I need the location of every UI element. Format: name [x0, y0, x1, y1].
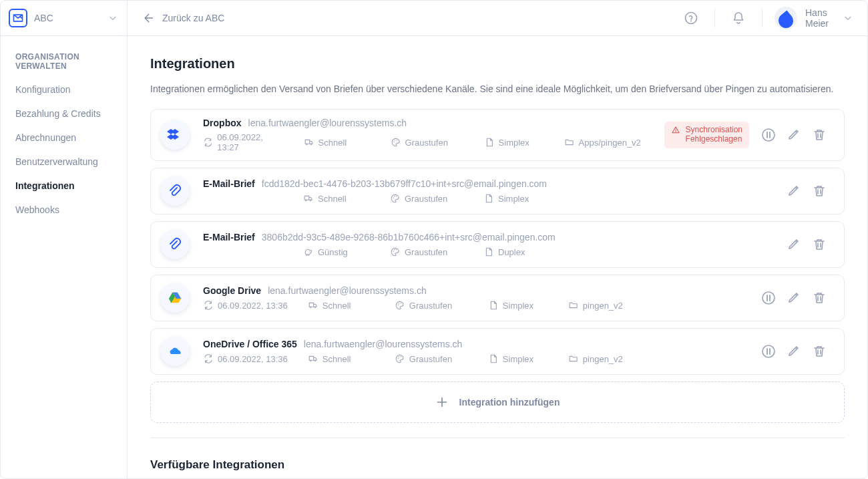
app-logo-icon	[9, 9, 27, 27]
edit-button[interactable]	[784, 234, 804, 255]
integration-subtitle: fcdd182d-bec1-4476-b203-13b679ff7c10+int…	[262, 178, 547, 189]
palette-icon	[395, 300, 405, 311]
integration-title: Google Drive	[203, 285, 261, 296]
sync-time: 06.09.2022, 13:36	[203, 300, 288, 311]
pause-button[interactable]	[758, 125, 779, 145]
add-integration-label: Integration hinzufügen	[459, 397, 560, 408]
sync-time: 06.09.2022, 13:36	[203, 353, 288, 364]
integration-subtitle: lena.furtwaengler@lourenssystems.ch	[304, 339, 463, 349]
sync-time: 06.09.2022, 13:27	[203, 132, 284, 152]
divider	[150, 438, 845, 438]
color-mode: Graustufen	[390, 247, 463, 257]
integration-title: OneDrive / Office 365	[203, 339, 297, 349]
divider	[714, 9, 715, 27]
delete-button[interactable]	[809, 288, 829, 308]
refresh-icon	[203, 137, 213, 148]
truck-icon	[304, 137, 314, 148]
sidebar-item-bezahlung-credits[interactable]: Bezahlung & Credits	[1, 102, 127, 126]
integration-row: Dropbox lena.furtwaengler@lourenssystems…	[150, 109, 845, 161]
delivery-speed: Günstig	[303, 247, 370, 257]
edit-button[interactable]	[784, 181, 804, 201]
plex-mode: Simplex	[488, 300, 548, 311]
chevron-down-icon	[108, 13, 118, 23]
email-icon	[160, 230, 190, 259]
delivery-speed: Schnell	[304, 132, 371, 152]
help-button[interactable]	[680, 7, 702, 29]
document-icon	[488, 300, 499, 311]
back-label: Zurück zu ABC	[162, 13, 224, 23]
integration-row: E-Mail-Brief 3806b2dd-93c5-489e-9268-86b…	[150, 221, 845, 268]
palette-icon	[390, 193, 401, 204]
folder-path: pingen_v2	[568, 353, 655, 364]
sidebar-item-integrationen[interactable]: Integrationen	[1, 174, 127, 198]
arrow-left-icon	[142, 12, 154, 24]
plus-icon	[435, 395, 449, 409]
chevron-down-icon	[843, 13, 853, 23]
content: Integrationen Integrationen ermöglichen …	[128, 36, 867, 478]
gdrive-icon	[160, 283, 190, 313]
status-badge: Synchronisation Fehlgeschlagen	[664, 122, 749, 148]
palette-icon	[395, 353, 405, 364]
document-icon	[483, 193, 494, 204]
delete-button[interactable]	[809, 234, 829, 255]
palette-icon	[391, 137, 401, 148]
delete-button[interactable]	[809, 181, 829, 201]
integration-title: E-Mail-Brief	[203, 178, 255, 189]
integration-row: E-Mail-Brief fcdd182d-bec1-4476-b203-13b…	[150, 168, 845, 214]
piggy-icon	[303, 247, 314, 257]
topbar: Zurück zu ABC Hans Meier	[128, 1, 867, 36]
available-integrations-title: Verfügbare Integrationen	[150, 458, 845, 472]
delivery-speed: Schnell	[303, 193, 370, 204]
sidebar-item-webhooks[interactable]: Webhooks	[1, 198, 127, 222]
sidebar-section-title: ORGANISATION VERWALTEN	[1, 36, 127, 77]
back-button[interactable]: Zurück zu ABC	[142, 12, 224, 24]
palette-icon	[390, 247, 401, 257]
plex-mode: Simplex	[484, 132, 544, 152]
sidebar-item-abrechnungen[interactable]: Abrechnungen	[1, 126, 127, 150]
delivery-speed: Schnell	[308, 300, 375, 311]
integration-title: E-Mail-Brief	[203, 232, 255, 243]
org-switcher[interactable]: ABC	[1, 1, 127, 36]
folder-icon	[568, 300, 579, 311]
pause-button[interactable]	[758, 288, 779, 308]
document-icon	[488, 353, 499, 364]
truck-icon	[303, 193, 314, 204]
folder-icon	[564, 137, 575, 148]
folder-path: pingen_v2	[568, 300, 655, 311]
folder-icon	[568, 353, 579, 364]
delete-button[interactable]	[809, 125, 829, 145]
folder-path: Apps/pingen_v2	[564, 132, 651, 152]
edit-button[interactable]	[784, 341, 804, 361]
user-menu[interactable]: Hans Meier	[775, 7, 853, 29]
onedrive-icon	[160, 337, 190, 366]
document-icon	[483, 247, 494, 257]
truck-icon	[308, 353, 318, 364]
sidebar-item-konfiguration[interactable]: Konfiguration	[1, 77, 127, 102]
edit-button[interactable]	[784, 125, 804, 145]
dropbox-icon	[160, 120, 190, 150]
plex-mode: Duplex	[483, 247, 544, 257]
user-name: Hans Meier	[805, 7, 829, 29]
integration-subtitle: lena.furtwaengler@lourenssystems.ch	[268, 285, 427, 296]
pause-button[interactable]	[758, 341, 779, 361]
plex-mode: Simplex	[488, 353, 548, 364]
page-title: Integrationen	[150, 56, 845, 71]
notifications-button[interactable]	[727, 7, 750, 29]
delete-button[interactable]	[809, 341, 829, 361]
add-integration-button[interactable]: Integration hinzufügen	[150, 381, 845, 423]
sidebar-item-benutzerverwaltung[interactable]: Benutzerverwaltung	[1, 150, 127, 174]
truck-icon	[308, 300, 318, 311]
refresh-icon	[203, 353, 214, 364]
org-name: ABC	[34, 13, 101, 23]
integration-row: OneDrive / Office 365 lena.furtwaengler@…	[150, 328, 845, 375]
email-icon	[160, 176, 190, 206]
refresh-icon	[203, 300, 214, 311]
document-icon	[484, 137, 495, 148]
color-mode: Graustufen	[395, 353, 468, 364]
warning-icon	[671, 126, 680, 135]
integration-title: Dropbox	[203, 118, 242, 128]
color-mode: Graustufen	[395, 300, 468, 311]
edit-button[interactable]	[784, 288, 804, 308]
integration-row: Google Drive lena.furtwaengler@lourenssy…	[150, 275, 845, 321]
delivery-speed: Schnell	[308, 353, 375, 364]
